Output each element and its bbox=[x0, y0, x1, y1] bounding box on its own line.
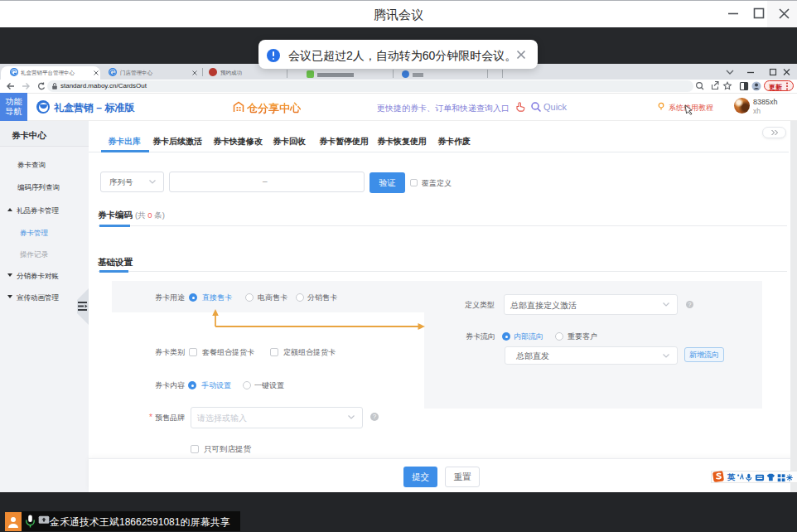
svg-text:英: 英 bbox=[727, 473, 736, 481]
